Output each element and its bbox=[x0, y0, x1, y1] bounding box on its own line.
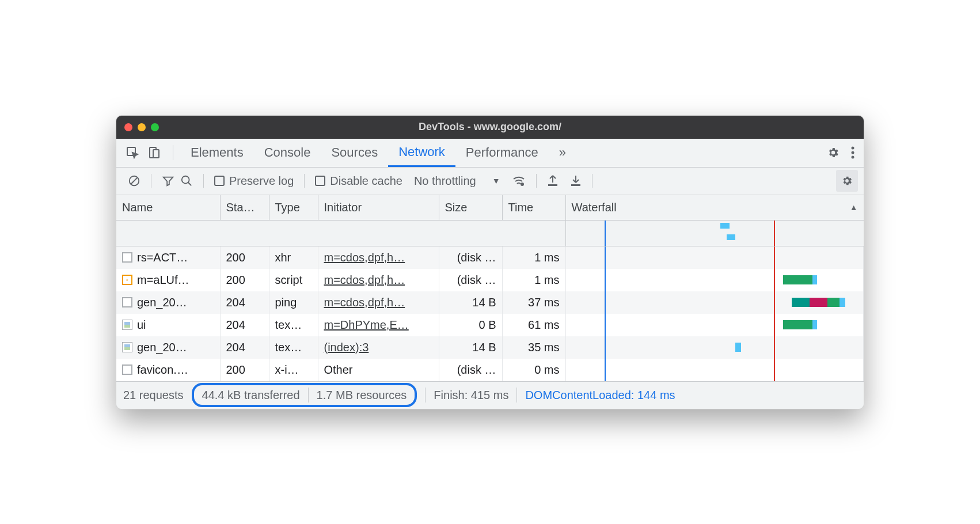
waterfall-cell bbox=[566, 246, 864, 269]
request-status: 200 bbox=[220, 359, 269, 381]
col-initiator[interactable]: Initiator bbox=[318, 195, 439, 221]
request-time: 1 ms bbox=[502, 269, 565, 291]
request-type: tex… bbox=[269, 314, 318, 336]
tab-elements[interactable]: Elements bbox=[180, 139, 254, 167]
file-type-icon bbox=[122, 364, 132, 375]
tab-network[interactable]: Network bbox=[388, 139, 455, 167]
request-type: x-i… bbox=[269, 359, 318, 381]
tab-performance[interactable]: Performance bbox=[455, 139, 549, 167]
request-size: (disk … bbox=[439, 246, 502, 269]
svg-line-9 bbox=[188, 183, 192, 186]
col-status[interactable]: Sta… bbox=[220, 195, 269, 221]
waterfall-cell bbox=[566, 291, 864, 314]
inspect-element-icon[interactable] bbox=[126, 146, 139, 160]
close-window-button[interactable] bbox=[124, 123, 132, 131]
request-size: (disk … bbox=[439, 269, 502, 291]
throttling-dropdown[interactable]: No throttling ▼ bbox=[414, 174, 500, 188]
status-requests: 21 requests bbox=[123, 389, 184, 402]
initiator-link[interactable]: m=cdos,dpf,h… bbox=[324, 251, 405, 264]
request-status: 200 bbox=[220, 246, 269, 269]
request-name: favicon.… bbox=[137, 363, 188, 377]
tab-console[interactable]: Console bbox=[254, 139, 321, 167]
request-name: gen_20… bbox=[137, 341, 187, 354]
file-type-icon bbox=[122, 342, 132, 352]
request-type: tex… bbox=[269, 336, 318, 359]
table-row[interactable]: favicon.…200x-i…Other(disk …0 ms bbox=[116, 359, 864, 381]
file-type-icon bbox=[122, 252, 132, 263]
sort-indicator-icon: ▲ bbox=[850, 203, 858, 212]
dropdown-arrow-icon: ▼ bbox=[492, 176, 500, 185]
svg-rect-11 bbox=[548, 184, 557, 186]
devtools-tabs: Elements Console Sources Network Perform… bbox=[116, 139, 864, 168]
waterfall-overview[interactable] bbox=[566, 221, 864, 246]
initiator-text: Other bbox=[324, 363, 353, 376]
request-status: 200 bbox=[220, 269, 269, 291]
request-time: 1 ms bbox=[502, 246, 565, 269]
status-bar: 21 requests 44.4 kB transferred 1.7 MB r… bbox=[116, 381, 864, 409]
initiator-link[interactable]: m=cdos,dpf,h… bbox=[324, 296, 405, 309]
svg-point-5 bbox=[852, 156, 854, 159]
col-type[interactable]: Type bbox=[269, 195, 318, 221]
kebab-menu-icon[interactable] bbox=[851, 146, 854, 159]
export-har-icon[interactable] bbox=[570, 174, 582, 187]
request-time: 35 ms bbox=[502, 336, 565, 359]
request-type: xhr bbox=[269, 246, 318, 269]
status-highlight: 44.4 kB transferred 1.7 MB resources bbox=[192, 383, 417, 407]
svg-rect-2 bbox=[153, 150, 159, 158]
tab-sources[interactable]: Sources bbox=[321, 139, 388, 167]
initiator-link[interactable]: (index):3 bbox=[324, 341, 369, 354]
svg-point-10 bbox=[521, 183, 523, 185]
network-conditions-icon[interactable] bbox=[512, 174, 526, 188]
maximize-window-button[interactable] bbox=[151, 123, 159, 131]
svg-point-8 bbox=[182, 176, 189, 184]
network-toolbar: Preserve log Disable cache No throttling… bbox=[116, 168, 864, 195]
request-time: 0 ms bbox=[502, 359, 565, 381]
col-time[interactable]: Time bbox=[502, 195, 565, 221]
requests-table: Name Sta… Type Initiator Size Time Water… bbox=[116, 195, 864, 381]
request-size: 14 B bbox=[439, 291, 502, 314]
request-time: 61 ms bbox=[502, 314, 565, 336]
status-domcontentloaded: DOMContentLoaded: 144 ms bbox=[525, 389, 675, 402]
device-toolbar-icon[interactable] bbox=[147, 146, 161, 160]
request-size: 14 B bbox=[439, 336, 502, 359]
request-name: rs=ACT… bbox=[137, 251, 188, 264]
request-name: m=aLUf… bbox=[137, 274, 189, 287]
minimize-window-button[interactable] bbox=[138, 123, 146, 131]
clear-button[interactable] bbox=[128, 174, 140, 187]
initiator-link[interactable]: m=DhPYme,E… bbox=[324, 318, 409, 331]
status-transferred: 44.4 kB transferred bbox=[202, 389, 300, 402]
request-name: gen_20… bbox=[137, 296, 187, 309]
filter-icon[interactable] bbox=[162, 174, 174, 187]
network-settings-icon[interactable] bbox=[836, 170, 858, 192]
waterfall-cell bbox=[566, 359, 864, 381]
table-row[interactable]: m=aLUf…200scriptm=cdos,dpf,h…(disk …1 ms bbox=[116, 269, 864, 291]
table-row[interactable]: rs=ACT…200xhrm=cdos,dpf,h…(disk …1 ms bbox=[116, 246, 864, 269]
initiator-link[interactable]: m=cdos,dpf,h… bbox=[324, 274, 405, 286]
request-status: 204 bbox=[220, 291, 269, 314]
window-title: DevTools - www.google.com/ bbox=[116, 121, 864, 133]
file-type-icon bbox=[122, 275, 132, 285]
waterfall-cell bbox=[566, 314, 864, 336]
request-size: (disk … bbox=[439, 359, 502, 381]
window-controls bbox=[124, 123, 159, 131]
status-finish: Finish: 415 ms bbox=[434, 389, 508, 402]
import-har-icon[interactable] bbox=[547, 174, 559, 187]
table-row[interactable]: gen_20…204tex…(index):314 B35 ms bbox=[116, 336, 864, 359]
col-size[interactable]: Size bbox=[439, 195, 502, 221]
file-type-icon bbox=[122, 320, 132, 330]
waterfall-cell bbox=[566, 269, 864, 291]
status-resources: 1.7 MB resources bbox=[317, 389, 407, 402]
table-row[interactable]: gen_20…204pingm=cdos,dpf,h…14 B37 ms bbox=[116, 291, 864, 314]
request-name: ui bbox=[137, 318, 146, 332]
request-status: 204 bbox=[220, 314, 269, 336]
table-row[interactable]: ui204tex…m=DhPYme,E…0 B61 ms bbox=[116, 314, 864, 336]
col-name[interactable]: Name bbox=[116, 195, 220, 221]
search-icon[interactable] bbox=[180, 174, 193, 187]
tabs-overflow-button[interactable]: » bbox=[549, 139, 576, 167]
disable-cache-checkbox[interactable]: Disable cache bbox=[315, 174, 402, 188]
request-time: 37 ms bbox=[502, 291, 565, 314]
col-waterfall[interactable]: Waterfall ▲ bbox=[565, 195, 864, 221]
settings-gear-icon[interactable] bbox=[827, 146, 840, 159]
preserve-log-checkbox[interactable]: Preserve log bbox=[214, 174, 294, 188]
request-type: script bbox=[269, 269, 318, 291]
